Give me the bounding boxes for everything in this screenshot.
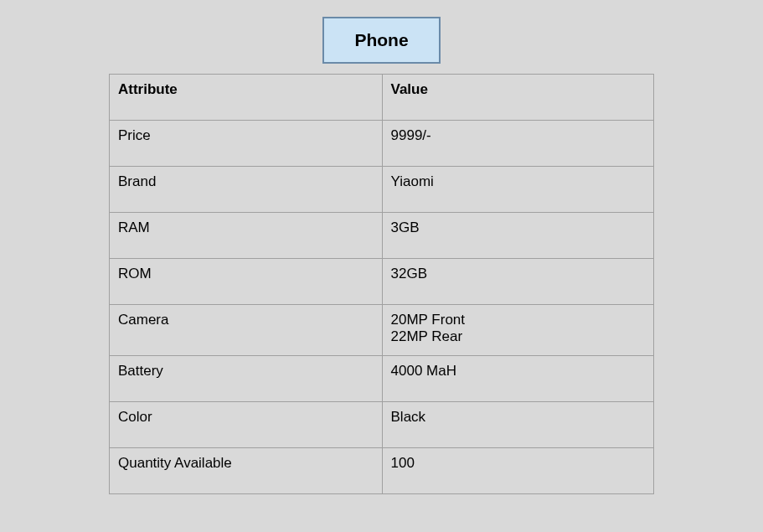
cell-value: 32GB xyxy=(382,259,653,305)
cell-attribute: Price xyxy=(110,121,383,167)
page-title: Phone xyxy=(322,17,441,64)
cell-attribute: Camera xyxy=(110,305,383,356)
table-row: ROM 32GB xyxy=(110,259,654,305)
cell-attribute: Quantity Available xyxy=(110,448,383,494)
cell-value: 9999/- xyxy=(382,121,653,167)
table-row: Camera 20MP Front 22MP Rear xyxy=(110,305,654,356)
table-row: Price 9999/- xyxy=(110,121,654,167)
table-row: Battery 4000 MaH xyxy=(110,356,654,402)
cell-value: Black xyxy=(382,402,653,448)
table-row: Color Black xyxy=(110,402,654,448)
table-header-row: Attribute Value xyxy=(110,75,654,121)
cell-value: 20MP Front 22MP Rear xyxy=(382,305,653,356)
cell-value: 100 xyxy=(382,448,653,494)
cell-value: 4000 MaH xyxy=(382,356,653,402)
cell-attribute: ROM xyxy=(110,259,383,305)
spec-table: Attribute Value Price 9999/- Brand Yiaom… xyxy=(109,74,654,494)
table-row: Brand Yiaomi xyxy=(110,167,654,213)
table-row: Quantity Available 100 xyxy=(110,448,654,494)
cell-value: 3GB xyxy=(382,213,653,259)
table-row: RAM 3GB xyxy=(110,213,654,259)
header-attribute: Attribute xyxy=(110,75,383,121)
cell-attribute: Brand xyxy=(110,167,383,213)
cell-attribute: RAM xyxy=(110,213,383,259)
cell-attribute: Battery xyxy=(110,356,383,402)
cell-attribute: Color xyxy=(110,402,383,448)
header-value: Value xyxy=(382,75,653,121)
cell-value: Yiaomi xyxy=(382,167,653,213)
